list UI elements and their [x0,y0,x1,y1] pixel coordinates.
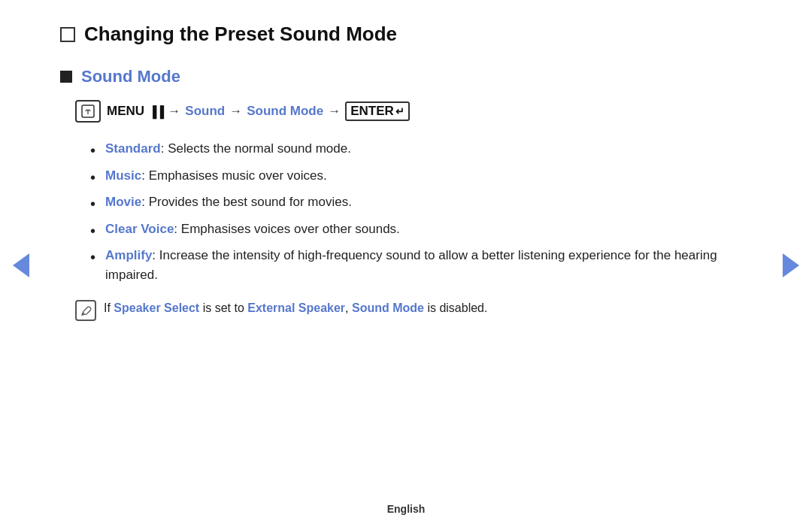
footer-language: English [387,503,426,515]
desc-standard: : Selects the normal sound mode. [161,141,351,156]
list-item: Clear Voice: Emphasises voices over othe… [90,220,752,239]
note-prefix: If [104,301,114,314]
main-title: Changing the Preset Sound Mode [60,23,752,46]
section-heading-text: Sound Mode [81,67,180,86]
term-clear-voice: Clear Voice [105,222,174,236]
main-title-text: Changing the Preset Sound Mode [84,23,397,46]
desc-amplify: : Increase the intensity of high-frequen… [105,248,717,282]
arrow-3: → [328,104,341,119]
note-term1: Speaker Select [114,301,199,314]
desc-movie: : Provides the best sound for movies. [141,195,352,209]
section-heading: Sound Mode [60,67,752,86]
list-item: Standard: Selects the normal sound mode. [90,139,752,159]
menu-path: MENU ▐▐ → Sound → Sound Mode → ENTER↵ [75,100,752,123]
term-standard: Standard [105,141,161,156]
menu-sound-mode: Sound Mode [247,104,323,119]
term-movie: Movie [105,195,141,209]
page-container: Changing the Preset Sound Mode Sound Mod… [0,0,812,530]
note-term2: External Speaker [247,301,345,314]
term-music: Music [105,168,141,183]
arrow-2: → [229,104,242,119]
list-item: Movie: Provides the best sound for movie… [90,192,752,212]
menu-bars-icon: ▐▐ [149,105,163,118]
desc-clear-voice: : Emphasises voices over other sounds. [174,222,399,236]
note-term3: Sound Mode [352,301,424,314]
bullet-list: Standard: Selects the normal sound mode.… [90,139,752,284]
menu-sound: Sound [185,104,225,119]
note-comma: , [345,301,352,314]
list-item: Amplify: Increase the intensity of high-… [90,246,752,284]
menu-hand-icon [75,100,101,123]
note-text: If Speaker Select is set to External Spe… [104,299,487,317]
checkbox-icon [60,27,75,42]
arrow-1: → [168,104,180,119]
list-item: Music: Emphasises music over voices. [90,166,752,186]
note-suffix: is disabled. [424,301,488,314]
term-amplify: Amplify [105,248,152,262]
menu-label: MENU [107,104,144,119]
note-row: If Speaker Select is set to External Spe… [75,299,752,321]
desc-music: : Emphasises music over voices. [141,168,327,183]
note-middle: is set to [199,301,247,314]
section-square-icon [60,71,72,83]
note-icon [75,300,96,321]
enter-icon: ENTER↵ [345,101,410,121]
